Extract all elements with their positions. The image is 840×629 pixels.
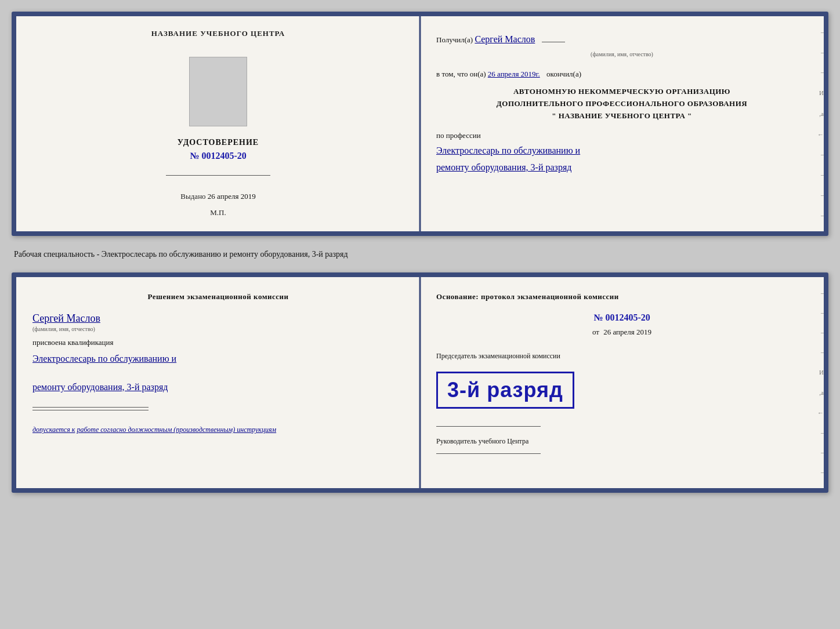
udostoverenie-title: УДОСТОВЕРЕНИЕ [178, 138, 259, 147]
org-line1: АВТОНОМНУЮ НЕКОММЕРЧЕСКУЮ ОРГАНИЗАЦИЮ [436, 86, 808, 98]
qualification1: Электрослесарь по обслуживанию и [32, 351, 404, 368]
profession-value1: Электрослесарь по обслуживанию и [436, 143, 808, 159]
mp-label: М.П. [210, 208, 226, 217]
org-block: АВТОНОМНУЮ НЕКОММЕРЧЕСКУЮ ОРГАНИЗАЦИЮ ДО… [436, 86, 808, 122]
rukovoditel-label: Руководитель учебного Центра [436, 436, 808, 446]
predsedatel-section: Председатель экзаменационной комиссии 3-… [436, 351, 808, 419]
komissia-title: Решением экзаменационной комиссии [32, 291, 404, 303]
stamp-text: 3-й разряд [447, 378, 563, 402]
bottom-cert-left: Решением экзаменационной комиссии Сергей… [16, 277, 420, 488]
ot-label: от [592, 328, 599, 336]
prisvoena-label: присвоена квалификация [32, 338, 404, 347]
page-wrapper: НАЗВАНИЕ УЧЕБНОГО ЦЕНТРА УДОСТОВЕРЕНИЕ №… [12, 12, 828, 493]
osnovaniye-label: Основание: протокол экзаменационной коми… [436, 291, 808, 303]
допускается-value: работе согласно должностным (производств… [77, 426, 276, 434]
right-margin-marks: – – – И ,а ← – – – – [813, 16, 824, 231]
bottom-certificate: Решением экзаменационной комиссии Сергей… [12, 272, 828, 493]
photo-placeholder [189, 57, 247, 126]
predsedatel-label: Председатель экзаменационной комиссии [436, 351, 808, 361]
org-line2: ДОПОЛНИТЕЛЬНОГО ПРОФЕССИОНАЛЬНОГО ОБРАЗО… [436, 98, 808, 110]
ot-date-value: 26 апреля 2019 [603, 328, 651, 336]
fio-label-bottom: (фамилия, имя, отчество) [32, 326, 404, 332]
bottom-cert-right: Основание: протокол экзаменационной коми… [420, 277, 824, 488]
qualification2: ремонту оборудования, 3-й разряд [32, 379, 404, 396]
issued-date: 26 апреля 2019 [208, 192, 256, 201]
ot-date: от 26 апреля 2019 [436, 328, 808, 337]
separator-text: Рабочая специальность - Электрослесарь п… [12, 245, 828, 264]
stamp-container: 3-й разряд [436, 366, 574, 415]
received-name: Сергей Маслов [475, 34, 535, 44]
protocol-number: № 0012405-20 [436, 312, 808, 323]
top-cert-left: НАЗВАНИЕ УЧЕБНОГО ЦЕНТРА УДОСТОВЕРЕНИЕ №… [16, 16, 420, 231]
received-line: Получил(а) Сергей Маслов (фамилия, имя, … [436, 30, 808, 60]
top-certificate: НАЗВАНИЕ УЧЕБНОГО ЦЕНТРА УДОСТОВЕРЕНИЕ №… [12, 12, 828, 236]
received-label: Получил(а) [436, 35, 473, 44]
finished-label: окончил(а) [546, 70, 581, 78]
person-name: Сергей Маслов [32, 312, 404, 325]
issued-label: Выдано [180, 192, 205, 201]
top-school-name: НАЗВАНИЕ УЧЕБНОГО ЦЕНТРА [151, 28, 285, 39]
in-that-date: 26 апреля 2019г. [488, 70, 540, 78]
right-margin-marks-bottom: – – – – И ,а ← – – – [813, 277, 824, 488]
profession-value2: ремонту оборудования, 3-й разряд [436, 159, 808, 176]
org-line3: " НАЗВАНИЕ УЧЕБНОГО ЦЕНТРА " [436, 110, 808, 122]
in-that-label: в том, что он(а) [436, 70, 486, 78]
top-cert-number: № 0012405-20 [190, 151, 246, 161]
top-cert-right: Получил(а) Сергей Маслов (фамилия, имя, … [420, 16, 824, 231]
issued-line: Выдано 26 апреля 2019 [180, 192, 255, 201]
profession-label-top: по профессии [436, 131, 808, 140]
stamp-box: 3-й разряд [436, 372, 574, 409]
допускается-label: допускается к [32, 426, 75, 434]
fio-label-top: (фамилия, имя, отчество) [436, 49, 808, 60]
допускается-line: допускается к работе согласно должностны… [32, 424, 404, 435]
in-that-line: в том, что он(а) 26 апреля 2019г. окончи… [436, 70, 808, 79]
